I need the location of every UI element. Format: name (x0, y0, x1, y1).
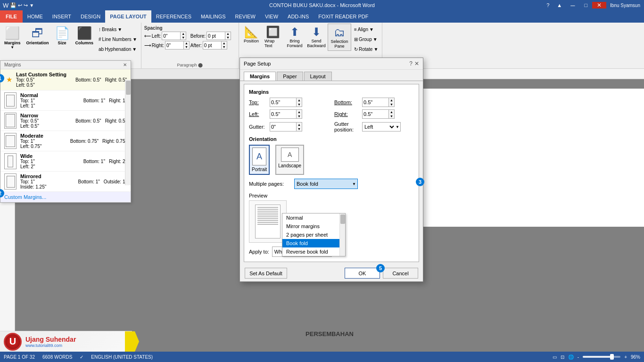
bottom-input[interactable] (363, 98, 388, 107)
rotate-btn[interactable]: ↻ Rotate▼ (352, 44, 380, 54)
before-up[interactable]: ▲ (225, 32, 231, 36)
margins-panel-close[interactable]: ✕ (123, 62, 127, 67)
normal-preview (4, 92, 17, 108)
tab-foxit[interactable]: FOXIT READER PDF (314, 10, 373, 23)
gutter-input[interactable] (270, 123, 296, 131)
portrait-btn[interactable]: A Portrait (249, 145, 270, 175)
after-input[interactable] (203, 41, 221, 49)
orientation-btn[interactable]: 🗗 Orientation (24, 24, 51, 58)
last-custom-item[interactable]: ★ Last Custom Setting Top: 0.5" Left: 0.… (0, 69, 131, 90)
bottom-up[interactable]: ▲ (389, 98, 394, 102)
close-btn[interactable]: ✕ (592, 2, 606, 8)
custom-margins-item[interactable]: Custom Margins... (0, 192, 131, 202)
right-input[interactable] (363, 110, 388, 118)
dialog-tab-margins[interactable]: Margins (244, 72, 276, 81)
after-down[interactable]: ▼ (222, 45, 227, 49)
set-as-default-btn[interactable]: Set As Default (245, 268, 287, 279)
dropdown-item-reverse[interactable]: Reverse book fold (282, 247, 345, 256)
view-layout-btn[interactable]: ⊡ (561, 354, 564, 360)
top-up[interactable]: ▲ (297, 98, 302, 102)
gutter-down[interactable]: ▼ (297, 127, 302, 131)
left-input[interactable] (270, 110, 296, 118)
margins-dropdown-arrow[interactable]: ▼ (10, 45, 14, 49)
bring-forward-btn[interactable]: ⬆ BringForward (284, 24, 305, 50)
view-normal-btn[interactable]: ▭ (553, 354, 557, 360)
align-btn[interactable]: ≡ Align▼ (352, 25, 380, 34)
dropdown-item-normal[interactable]: Normal (282, 214, 345, 222)
ok-btn[interactable]: OK (345, 268, 380, 279)
tab-mailings[interactable]: MAILINGS (196, 10, 231, 23)
indent-right-input[interactable] (165, 41, 183, 49)
size-btn[interactable]: 📄 Size (52, 24, 72, 58)
gutter-up[interactable]: ▲ (297, 123, 302, 127)
multiple-pages-arrow[interactable]: ▼ (352, 182, 357, 186)
zoom-slider[interactable] (583, 356, 620, 358)
tab-pagelayout[interactable]: PAGE LAYOUT (105, 10, 151, 23)
tab-references[interactable]: REFERENCES (151, 10, 196, 23)
save-qa-btn[interactable]: 💾 (10, 2, 17, 8)
tab-insert[interactable]: INSERT (48, 10, 76, 23)
before-down[interactable]: ▼ (225, 36, 231, 40)
position-btn[interactable]: 📐 Position (241, 24, 262, 45)
selection-pane-btn[interactable]: 🗂 SelectionPane (328, 24, 351, 51)
line-numbers-btn[interactable]: # Line Numbers▼ (97, 34, 139, 44)
send-backward-btn[interactable]: ⬇ SendBackward (306, 24, 327, 50)
dialog-tab-paper[interactable]: Paper (277, 72, 303, 81)
dropdown-item-mirror[interactable]: Mirror margins (282, 222, 345, 230)
tab-design[interactable]: DESIGN (76, 10, 105, 23)
qa-dropdown[interactable]: ▼ (29, 3, 34, 8)
wide-margin-item[interactable]: Wide Top: 1" Left: 2" Bottom: 1" Right: … (0, 151, 131, 172)
mirrored-margin-item[interactable]: Mirrored Top: 1" Inside: 1.25" Bottom: 1… (0, 172, 131, 192)
hyphenation-btn[interactable]: ab Hyphenation▼ (97, 44, 139, 54)
gutter-pos-select[interactable]: Left Top (363, 123, 396, 131)
tab-addins[interactable]: ADD-INS (283, 10, 314, 23)
indent-left-up[interactable]: ▲ (181, 32, 186, 36)
wrap-text-btn[interactable]: 🔲 Wrap Text (263, 24, 283, 50)
minimize-btn[interactable]: ─ (566, 2, 579, 9)
tab-review[interactable]: REVIEW (231, 10, 260, 23)
zoom-in-btn[interactable]: + (624, 354, 627, 360)
undo-qa-btn[interactable]: ↩ (18, 2, 22, 8)
ribbon-toggle-btn[interactable]: ▲ (553, 2, 566, 8)
normal-margin-item[interactable]: Normal Top: 1" Left: 1" Bottom: 1" Right… (0, 90, 131, 111)
narrow-margin-item[interactable]: Narrow Top: 0.5" Left: 0.5" Bottom: 0.5"… (0, 111, 131, 131)
after-up[interactable]: ▲ (222, 41, 227, 45)
indent-right-down[interactable]: ▼ (184, 45, 189, 49)
moderate-margin-item[interactable]: Moderate Top: 1" Left: 0.75" Bottom: 0.7… (0, 131, 131, 151)
right-down[interactable]: ▼ (389, 114, 394, 118)
right-up[interactable]: ▲ (389, 110, 394, 114)
dropdown-scrollbar[interactable] (125, 80, 131, 185)
tab-view[interactable]: VIEW (260, 10, 283, 23)
landscape-btn[interactable]: A Landscape (275, 145, 304, 175)
dialog-tab-layout[interactable]: Layout (304, 72, 332, 81)
preview-box (249, 200, 287, 243)
dialog-close-btn[interactable]: ✕ (414, 60, 419, 67)
indent-right-up[interactable]: ▲ (184, 41, 189, 45)
dropdown-item-bookfold[interactable]: Book fold (282, 239, 345, 247)
dropdown-item-2pages[interactable]: 2 pages per sheet (282, 230, 345, 239)
tab-home[interactable]: HOME (23, 10, 48, 23)
spell-icon[interactable]: ✓ (80, 354, 83, 360)
bottom-down[interactable]: ▼ (389, 102, 394, 107)
left-up[interactable]: ▲ (297, 110, 302, 114)
indent-left-down[interactable]: ▼ (181, 36, 186, 40)
indent-left-input[interactable] (162, 32, 180, 40)
before-input[interactable] (207, 32, 225, 40)
cancel-btn[interactable]: Cancel (383, 268, 418, 279)
dialog-help-btn[interactable]: ? (409, 60, 413, 67)
columns-btn[interactable]: ⬛ Columns (73, 24, 96, 58)
restore-btn[interactable]: □ (579, 2, 592, 8)
top-down[interactable]: ▼ (297, 102, 302, 107)
margins-btn[interactable]: ⬜ Margins ▼ (2, 24, 23, 58)
top-input[interactable] (270, 98, 296, 107)
redo-qa-btn[interactable]: ↪ (24, 2, 28, 8)
tab-file[interactable]: FILE (0, 10, 23, 23)
help-btn[interactable]: ? (543, 2, 553, 8)
left-down[interactable]: ▼ (297, 114, 302, 118)
view-web-btn[interactable]: 🌐 (568, 354, 574, 360)
multiple-pages-select-wrap[interactable]: Book fold ▼ (294, 179, 358, 189)
breaks-btn[interactable]: ⫶ Breaks▼ (97, 25, 139, 34)
group-btn[interactable]: ⊞ Group▼ (352, 34, 380, 44)
dropdown-list-scrollbar[interactable] (339, 214, 345, 256)
zoom-out-btn[interactable]: - (578, 354, 579, 360)
